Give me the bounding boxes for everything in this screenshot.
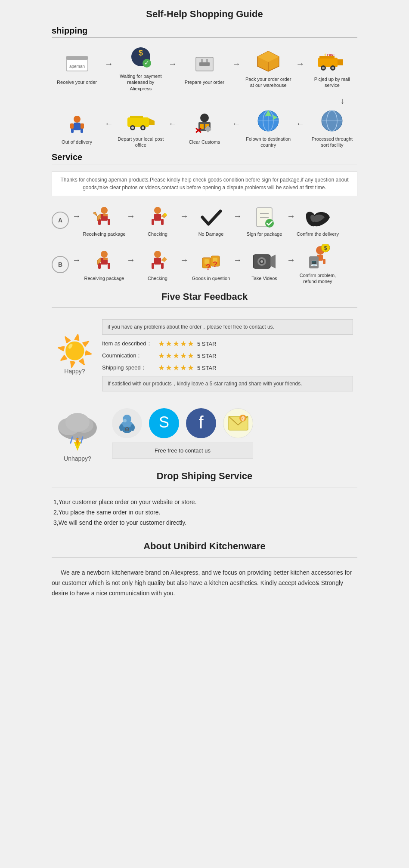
svg-text:$: $ [324, 245, 327, 251]
svc-b-refund-icon: $ 💻 [303, 244, 333, 272]
flow-pack-order: Pack your order order at our warehouse [245, 48, 292, 89]
svg-rect-34 [130, 116, 143, 118]
svc-a-confirm-label: Confirm the delivery [297, 231, 339, 237]
svc-a-sign: Sign for package [243, 203, 286, 237]
svc-b-video-label: Take Videos [251, 275, 277, 281]
contact-right: 🎧 S f [112, 408, 253, 459]
svg-point-35 [200, 114, 209, 122]
out-delivery-label: Out of delivery [62, 139, 92, 145]
svg-point-58 [154, 207, 161, 214]
svc-b-refund: $ 💻 Confirm problem, refund money [296, 244, 339, 285]
prepare-order-label: Prepare your order [185, 79, 224, 85]
flow-destination: Folown to destination country [245, 108, 292, 148]
drop-item-1: 1,Your customer place order on your webs… [52, 499, 357, 505]
pack-order-label: Pack your order order at our warehouse [245, 76, 292, 89]
pickup-mail-icon: ⚡FAST [317, 48, 347, 74]
svc-a-nodamage-icon [196, 203, 226, 231]
pack-order-icon [253, 48, 283, 74]
svg-text:?: ? [206, 263, 211, 271]
svc-a-checking-label: Checking [148, 231, 167, 237]
sb-arrow3: → [233, 255, 242, 265]
receive-order-label: Receive your order [57, 79, 97, 85]
waiting-payment-icon: $ ✓ [126, 45, 156, 71]
svg-text:apeman: apeman [69, 64, 84, 69]
svc-b-video: Take Videos [243, 247, 286, 281]
email-icon: @ [223, 408, 253, 438]
svg-text:f: f [198, 413, 204, 432]
scenario-b-row: B → Receiving package → [52, 244, 357, 285]
about-section: About Unibird Kitchenware We are a newbo… [52, 541, 357, 602]
svg-point-74 [154, 251, 161, 258]
svc-a-nodamage: No Damage [189, 203, 232, 237]
cloud-icon [52, 404, 103, 452]
svg-point-68 [101, 251, 108, 258]
rating-stars-1: ★★★★★ [158, 339, 195, 348]
skype-icon: S [149, 408, 179, 438]
svg-text:?: ? [213, 260, 217, 269]
arrow5: ← [105, 119, 113, 129]
svg-rect-10 [206, 59, 208, 62]
svc-b-question-icon: ? ? [196, 247, 226, 275]
drop-item-3: 3,We will send the order to your custome… [52, 519, 357, 526]
svc-a-checking: Checking [136, 203, 179, 237]
svc-a-receive-icon [89, 203, 119, 231]
svc-a-sign-icon [249, 203, 279, 231]
svg-point-101 [65, 413, 90, 432]
unhappy-label: Unhappy? [52, 455, 103, 462]
drop-shipping-divider [52, 487, 357, 487]
flow-out-delivery: Out of delivery [53, 111, 101, 145]
arrow6: ← [168, 119, 177, 129]
svg-text:✓: ✓ [144, 59, 149, 66]
svg-point-31 [131, 126, 134, 129]
drop-shipping-title: Drop Shiping Service [52, 471, 357, 482]
svg-point-18 [322, 67, 325, 69]
sa-arrow4: → [287, 211, 295, 221]
cloud-icon-wrap: Unhappy? [52, 404, 103, 462]
flow-sort-facility: Processed throught sort facility [308, 108, 356, 148]
svg-rect-77 [161, 263, 164, 269]
scenario-b-badge: B [52, 256, 69, 273]
drop-shipping-section: Drop Shiping Service 1,Your customer pla… [52, 471, 357, 534]
svc-b-refund-label: Confirm problem, refund money [296, 272, 339, 285]
support-icon: 🎧 [112, 408, 142, 438]
svc-b-checking: Checking [136, 247, 179, 281]
svg-marker-89 [270, 255, 276, 268]
rating-row-2: Coumnication： ★★★★★ 5 STAR [102, 351, 353, 360]
destination-label: Folown to destination country [245, 136, 292, 148]
feedback-divider [52, 308, 357, 308]
waiting-payment-label: Waiting for payment realeased by Aliexpr… [117, 73, 164, 92]
svg-point-33 [142, 126, 144, 129]
svg-point-88 [260, 260, 263, 263]
main-title: Self-Help Shopping Guide [52, 9, 357, 20]
prepare-order-icon [189, 51, 220, 77]
rating-row-1: Item as described： ★★★★★ 5 STAR [102, 339, 353, 348]
destination-icon [253, 108, 283, 133]
service-section-title: Service [52, 152, 357, 162]
svc-a-confirm: Confirm the delivery [296, 203, 339, 237]
svc-b-question-label: Goods in question [192, 275, 230, 281]
svg-rect-27 [81, 123, 84, 129]
rating-stars-2: ★★★★★ [158, 351, 195, 360]
svg-point-20 [332, 67, 334, 69]
svc-b-checking-icon [143, 247, 173, 275]
rating-count-3: 5 STAR [197, 365, 217, 371]
svg-text:S: S [158, 413, 169, 431]
svg-point-113 [130, 424, 135, 431]
svc-b-video-icon [249, 247, 279, 275]
rating-stars-3: ★★★★★ [158, 363, 195, 372]
svg-rect-8 [199, 62, 210, 66]
svg-point-22 [74, 116, 81, 123]
svg-rect-71 [108, 263, 110, 269]
scenario-a-row: A → Receiveing package → [52, 203, 357, 237]
sort-facility-label: Processed throught sort facility [308, 136, 356, 148]
svg-text:🎧: 🎧 [125, 427, 129, 431]
arrow8: ← [296, 119, 304, 129]
sa-arrow2: → [180, 211, 189, 221]
about-text: We are a newborn kitchenware brand on Al… [52, 564, 357, 602]
contact-icons: 🎧 S f [112, 408, 253, 438]
feedback-ratings: if you have any problems about the order… [102, 319, 353, 391]
unhappy-section: Unhappy? 🎧 [52, 404, 357, 462]
svc-b-receive: Receiving package [83, 247, 126, 281]
svg-text:@: @ [240, 416, 245, 421]
arrow7: ← [232, 119, 241, 129]
